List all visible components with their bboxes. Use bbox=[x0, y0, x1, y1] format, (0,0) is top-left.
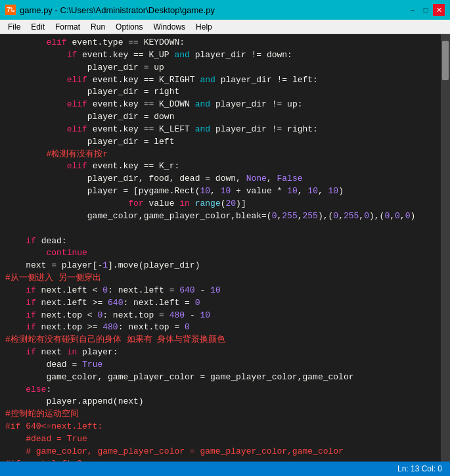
menu-help[interactable]: Help bbox=[191, 21, 217, 33]
app-icon: 7‰ bbox=[5, 5, 16, 15]
close-button[interactable]: ✕ bbox=[433, 4, 445, 16]
cursor-position: Ln: 13 Col: 0 bbox=[397, 464, 442, 473]
code-editor[interactable]: elif event.type == KEYDOWN: if event.key… bbox=[0, 34, 441, 462]
status-bar: Ln: 13 Col: 0 bbox=[0, 462, 450, 476]
menu-options[interactable]: Options bbox=[110, 21, 148, 33]
scrollbar-thumb[interactable] bbox=[442, 41, 449, 80]
menu-edit[interactable]: Edit bbox=[26, 21, 50, 33]
minimize-button[interactable]: − bbox=[407, 4, 418, 16]
code-content: elif event.type == KEYDOWN: if event.key… bbox=[0, 34, 441, 462]
menu-bar: File Edit Format Run Options Windows Hel… bbox=[0, 20, 450, 34]
title-bar: 7‰ game.py - C:\Users\Administrator\Desk… bbox=[0, 0, 450, 20]
window-title: game.py - C:\Users\Administrator\Desktop… bbox=[20, 5, 215, 15]
menu-format[interactable]: Format bbox=[50, 21, 85, 33]
menu-windows[interactable]: Windows bbox=[148, 21, 191, 33]
editor-container: elif event.type == KEYDOWN: if event.key… bbox=[0, 34, 450, 462]
maximize-button[interactable]: □ bbox=[420, 4, 432, 16]
menu-run[interactable]: Run bbox=[85, 21, 110, 33]
menu-file[interactable]: File bbox=[3, 21, 26, 33]
vertical-scrollbar[interactable] bbox=[441, 34, 450, 462]
